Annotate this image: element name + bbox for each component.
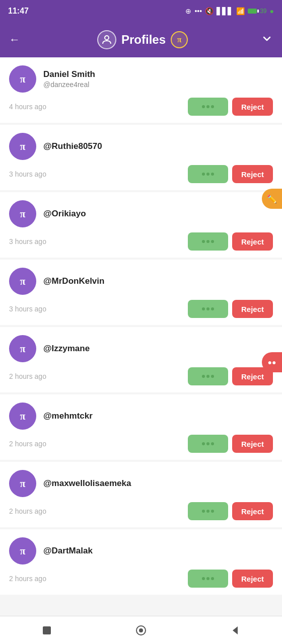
bottom-nav: [0, 616, 282, 644]
svg-text:π: π: [20, 545, 26, 556]
reject-button[interactable]: Reject: [232, 232, 273, 251]
action-icon: ●●: [268, 358, 276, 366]
floating-action-button[interactable]: ●●: [262, 352, 282, 372]
profile-name: Daniel Smith: [43, 69, 273, 79]
dropdown-button[interactable]: [261, 33, 273, 47]
battery-dot: ●: [270, 7, 274, 15]
status-bar: 11:47 ⊕ ••• 🔇 ▋▋▋ 📶 39 ●: [0, 0, 282, 22]
pi-coin-icon: π: [171, 31, 188, 48]
profile-card-top: π @mehmtckr: [9, 403, 273, 430]
profile-info: @Ruthie80570: [43, 141, 273, 151]
header-center: Profiles π: [97, 30, 188, 49]
dots-icon: •••: [194, 7, 202, 15]
status-icons: ⊕ ••• 🔇 ▋▋▋ 📶 39 ●: [185, 7, 274, 15]
svg-point-11: [139, 628, 143, 632]
sim-icon: ⊕: [185, 7, 191, 15]
back-button[interactable]: ←: [9, 33, 20, 46]
profile-card: π Daniel Smith@danzee4real4 hours agoRej…: [0, 57, 282, 123]
profile-time: 3 hours ago: [9, 170, 46, 178]
svg-text:π: π: [20, 411, 26, 422]
profile-card-top: π @maxwellolisaemeka: [9, 470, 273, 497]
svg-text:π: π: [20, 276, 26, 287]
profile-header-icon: [97, 30, 116, 49]
profile-list: π Daniel Smith@danzee4real4 hours agoRej…: [0, 57, 282, 616]
svg-text:π: π: [20, 478, 26, 489]
profile-card-bottom: 2 hours agoReject: [9, 367, 273, 385]
profile-card-bottom: 2 hours agoReject: [9, 435, 273, 453]
profile-card-bottom: 3 hours agoReject: [9, 300, 273, 318]
reject-button[interactable]: Reject: [232, 98, 273, 116]
approve-button[interactable]: [188, 232, 228, 251]
profile-card: π @mehmtckr2 hours agoReject: [0, 394, 282, 460]
profile-avatar: π: [9, 268, 36, 295]
profile-actions: Reject: [188, 300, 273, 318]
approve-button[interactable]: [188, 435, 228, 453]
reject-button[interactable]: Reject: [232, 570, 273, 588]
reject-button[interactable]: Reject: [232, 300, 273, 318]
profile-card-top: π @Izzymane: [9, 335, 273, 362]
profile-handle: @Orikiayo: [43, 209, 273, 219]
profile-avatar: π: [9, 133, 36, 160]
profile-time: 2 hours ago: [9, 507, 46, 515]
signal-icon: ▋▋▋: [217, 7, 233, 15]
profile-card: π @maxwellolisaemeka2 hours agoReject: [0, 462, 282, 527]
reject-button[interactable]: Reject: [232, 502, 273, 520]
profile-card: π @Izzymane2 hours agoReject: [0, 327, 282, 392]
profile-handle: @Izzymane: [43, 344, 273, 354]
nav-stop-button[interactable]: [36, 619, 58, 641]
reject-button[interactable]: Reject: [232, 165, 273, 183]
approve-button[interactable]: [188, 300, 228, 318]
profile-actions: Reject: [188, 232, 273, 251]
profile-card-top: π Daniel Smith@danzee4real: [9, 65, 273, 93]
profile-time: 2 hours ago: [9, 575, 46, 583]
profile-card: π @Orikiayo3 hours agoReject: [0, 192, 282, 258]
profile-card-top: π @MrDonKelvin: [9, 268, 273, 295]
profile-card: π @Ruthie805703 hours agoReject: [0, 125, 282, 190]
svg-text:π: π: [20, 141, 26, 152]
approve-button[interactable]: [188, 502, 228, 520]
approve-button[interactable]: [188, 570, 228, 588]
svg-text:π: π: [20, 208, 26, 219]
profile-time: 2 hours ago: [9, 440, 46, 448]
nav-back-button[interactable]: [224, 619, 246, 641]
profile-info: @DartMalak: [43, 546, 273, 556]
profile-actions: Reject: [188, 165, 273, 183]
approve-button[interactable]: [188, 165, 228, 183]
profile-card-bottom: 3 hours agoReject: [9, 232, 273, 251]
profile-actions: Reject: [188, 502, 273, 520]
approve-button[interactable]: [188, 98, 228, 116]
profile-card-top: π @DartMalak: [9, 537, 273, 565]
svg-marker-12: [233, 626, 238, 634]
reject-button[interactable]: Reject: [232, 435, 273, 453]
header: ← Profiles π: [0, 22, 282, 57]
profile-avatar: π: [9, 335, 36, 362]
profile-handle: @DartMalak: [43, 546, 273, 556]
approve-button[interactable]: [188, 367, 228, 385]
profile-card: π @MrDonKelvin3 hours agoReject: [0, 260, 282, 325]
profile-handle: @Ruthie80570: [43, 141, 273, 151]
svg-text:π: π: [20, 343, 26, 354]
profile-info: @Orikiayo: [43, 209, 273, 219]
profile-actions: Reject: [188, 570, 273, 588]
profile-avatar: π: [9, 537, 36, 565]
profile-avatar: π: [9, 200, 36, 227]
profile-avatar: π: [9, 65, 36, 93]
profile-time: 4 hours ago: [9, 103, 46, 111]
svg-rect-9: [43, 626, 51, 634]
profile-actions: Reject: [188, 98, 273, 116]
nav-home-button[interactable]: [130, 619, 152, 641]
profile-info: @maxwellolisaemeka: [43, 478, 273, 489]
profile-card-bottom: 2 hours agoReject: [9, 502, 273, 520]
svg-point-0: [105, 36, 109, 40]
profile-avatar: π: [9, 470, 36, 497]
profile-info: Daniel Smith@danzee4real: [43, 69, 273, 89]
profile-handle: @danzee4real: [43, 80, 273, 89]
profile-handle: @mehmtckr: [43, 411, 273, 421]
profile-handle: @MrDonKelvin: [43, 276, 273, 286]
edit-icon: ✏️: [267, 194, 277, 204]
floating-edit-button[interactable]: ✏️: [262, 189, 282, 209]
battery-percent: 39: [260, 8, 266, 15]
profile-info: @Izzymane: [43, 344, 273, 354]
profile-actions: Reject: [188, 435, 273, 453]
mute-icon: 🔇: [205, 7, 214, 15]
